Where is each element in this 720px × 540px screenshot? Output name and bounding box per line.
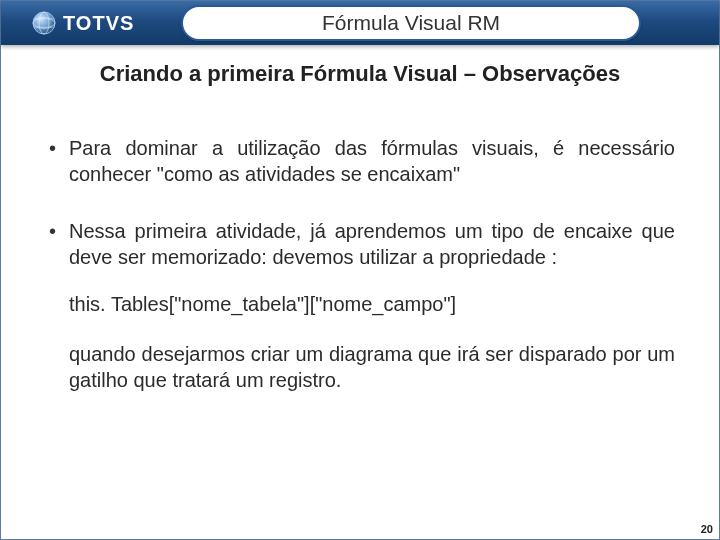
slide-title: Fórmula Visual RM <box>322 11 500 35</box>
slide-body: Para dominar a utilização das fórmulas v… <box>45 136 675 417</box>
slide: TOTVS Fórmula Visual RM Criando a primei… <box>0 0 720 540</box>
globe-icon <box>31 10 57 36</box>
header-bar: TOTVS Fórmula Visual RM <box>1 1 719 45</box>
bullet-item: Para dominar a utilização das fórmulas v… <box>45 136 675 187</box>
slide-subtitle: Criando a primeira Fórmula Visual – Obse… <box>1 61 719 87</box>
svg-point-0 <box>33 12 55 34</box>
tail-paragraph: quando desejarmos criar um diagrama que … <box>69 342 675 393</box>
brand-text: TOTVS <box>63 12 134 35</box>
page-number: 20 <box>701 523 713 535</box>
bullet-item: Nessa primeira atividade, já aprendemos … <box>45 219 675 270</box>
indent-block: this. Tables["nome_tabela"]["nome_campo"… <box>45 292 675 393</box>
slide-title-pill: Fórmula Visual RM <box>181 5 641 41</box>
code-example-line: this. Tables["nome_tabela"]["nome_campo"… <box>69 292 675 318</box>
brand-logo: TOTVS <box>31 7 134 39</box>
